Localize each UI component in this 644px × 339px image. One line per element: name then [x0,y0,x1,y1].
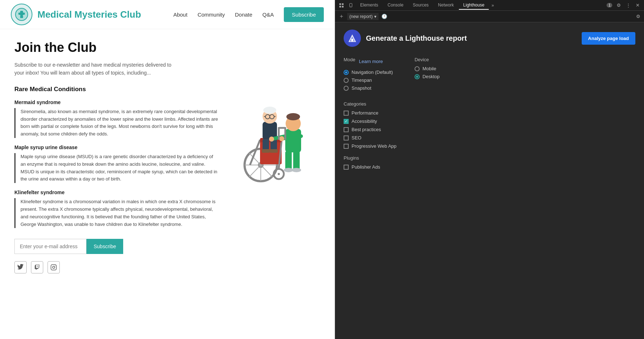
email-submit-button[interactable]: Subscribe [86,239,123,254]
mode-snapshot-label: Snapshot [352,85,371,91]
nav-subscribe-button[interactable]: Subscribe [284,7,324,22]
mode-snapshot-row[interactable]: Snapshot [344,85,393,91]
plugin-publisher-ads-label: Publisher Ads [352,164,380,170]
category-pwa-row[interactable]: Progressive Web App [344,143,635,149]
tab-elements[interactable]: Elements [356,1,383,10]
device-section: Device Mobile Desktop [415,57,440,93]
nav-about[interactable]: About [173,12,187,18]
svg-rect-34 [285,151,292,169]
plugin-publisher-ads-checkbox[interactable] [344,165,349,170]
category-best-practices-row[interactable]: Best practices [344,127,635,132]
mode-timespan-radio[interactable] [344,78,349,83]
instagram-icon[interactable] [48,261,60,273]
category-accessibility-label: Accessibility [352,119,377,124]
twitch-icon[interactable] [31,261,43,273]
category-accessibility-row[interactable]: Accessibility [344,119,635,124]
category-seo-row[interactable]: SEO [344,135,635,140]
page-heading: Join the Club [14,40,320,55]
content-row: Rare Medical Conditions Mermaid syndrome… [14,86,320,274]
condition-body-klinefelter: Klinefelter syndrome is a chromosomal va… [14,198,219,228]
svg-rect-31 [285,129,301,152]
svg-rect-2 [18,13,25,15]
device-desktop-row[interactable]: Desktop [415,74,440,79]
mode-snapshot-radio[interactable] [344,86,349,91]
devtools-topbar: Elements Console Sources Network Lightho… [335,0,644,11]
main-content: Join the Club Subscribe to our e-newslet… [0,29,335,284]
nav-donate[interactable]: Donate [235,12,252,18]
nav-qa[interactable]: Q&A [263,12,274,18]
devtools-settings-icon[interactable]: ⚙ [636,14,640,19]
svg-rect-3 [20,16,23,18]
tab-more-icon[interactable]: » [489,1,496,9]
devtools-device-icon[interactable] [346,1,355,10]
devtools-panel: Elements Console Sources Network Lightho… [335,0,644,339]
more-options-icon[interactable]: ⋮ [624,1,632,10]
tab-network[interactable]: Network [434,1,458,10]
intro-text: Subscribe to our e-newsletter and have m… [14,61,180,77]
rare-conditions-heading: Rare Medical Conditions [14,86,219,93]
svg-rect-46 [342,3,344,5]
tab-sources[interactable]: Sources [408,1,433,10]
svg-point-37 [292,168,301,172]
devtools-inspect-icon[interactable] [337,1,346,10]
device-desktop-radio[interactable] [415,74,420,79]
text-column: Rare Medical Conditions Mermaid syndrome… [14,86,219,274]
site-title: Medical Mysteries Club [37,9,141,20]
device-mobile-row[interactable]: Mobile [415,66,440,71]
lighthouse-logo [344,30,361,47]
device-label: Device [415,57,440,62]
category-best-practices-label: Best practices [352,127,381,132]
svg-rect-29 [262,149,270,153]
category-seo-checkbox[interactable] [344,135,349,140]
svg-point-6 [55,266,55,266]
mode-timespan-row[interactable]: Timespan [344,77,393,83]
plugin-publisher-ads-row[interactable]: Publisher Ads [344,164,635,170]
svg-rect-48 [342,6,344,8]
svg-rect-47 [339,6,341,8]
category-accessibility-checkbox[interactable] [344,119,349,124]
site-logo [11,4,32,25]
svg-rect-4 [51,265,57,270]
twitter-icon[interactable] [14,261,27,273]
close-devtools-icon[interactable]: ✕ [633,1,642,10]
mode-navigation-radio[interactable] [344,70,349,75]
mode-timespan-label: Timespan [352,77,372,83]
svg-point-33 [286,113,300,120]
category-pwa-checkbox[interactable] [344,144,349,149]
category-performance-checkbox[interactable] [344,111,349,116]
svg-line-26 [274,116,276,117]
plugins-label: Plugins [344,155,635,161]
condition-klinefelter: Klinefelter syndrome Klinefelter syndrom… [14,189,219,228]
mode-navigation-row[interactable]: Navigation (Default) [344,70,393,75]
condition-body-maple: Maple syrup urine disease (MSUD) is a ra… [14,153,219,183]
add-report-icon[interactable]: ＋ [339,13,344,20]
svg-rect-53 [351,39,353,41]
history-icon[interactable]: 🕐 [381,14,387,19]
analyze-page-load-button[interactable]: Analyze page load [582,32,635,45]
notification-badge: 1 [607,3,612,8]
lighthouse-panel: Generate a Lighthouse report Analyze pag… [335,22,644,339]
email-input[interactable] [14,239,86,254]
category-best-practices-checkbox[interactable] [344,127,349,132]
main-nav: About Community Donate Q&A Subscribe [173,7,324,22]
website-panel: Medical Mysteries Club About Community D… [0,0,335,339]
tab-console[interactable]: Console [383,1,408,10]
learn-more-link[interactable]: Learn more [359,59,383,64]
settings-icon[interactable]: ⚙ [614,1,623,10]
email-subscribe-row: Subscribe [14,239,219,254]
image-column [227,86,320,274]
condition-mermaid: Mermaid syndrome Sirenomelia, also known… [14,99,219,138]
lighthouse-header: Generate a Lighthouse report Analyze pag… [344,30,635,47]
plugins-section: Plugins Publisher Ads [344,155,635,170]
category-performance-row[interactable]: Performance [344,110,635,116]
nav-community[interactable]: Community [197,12,225,18]
category-pwa-label: Progressive Web App [352,143,397,149]
devtools-secondbar: ＋ (new report) ▾ 🕐 ⚙ [335,11,644,22]
social-icons-row [14,261,219,273]
category-performance-label: Performance [352,110,378,116]
lighthouse-title: Generate a Lighthouse report [366,34,582,43]
condition-body-mermaid: Sirenomelia, also known as mermaid syndr… [14,108,219,138]
tab-lighthouse[interactable]: Lighthouse [459,1,489,10]
device-mobile-radio[interactable] [415,66,420,71]
report-selector[interactable]: (new report) ▾ [347,13,379,20]
